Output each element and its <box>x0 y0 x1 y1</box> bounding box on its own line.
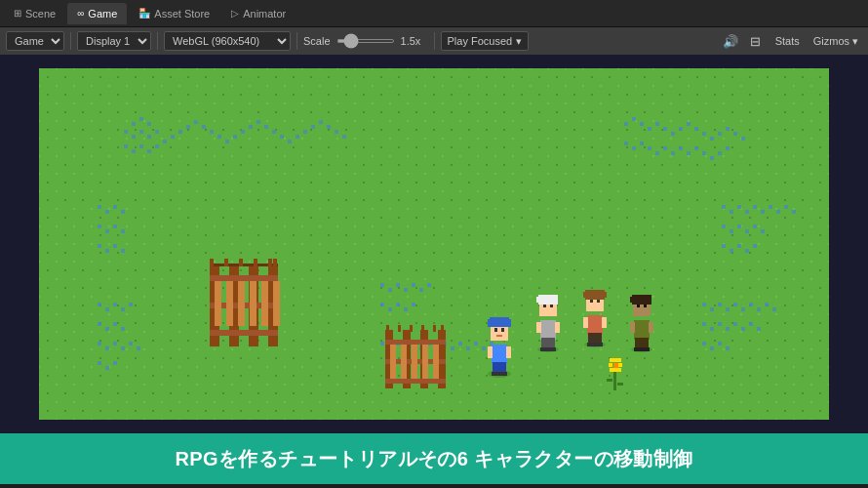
svg-rect-97 <box>737 244 741 248</box>
gizmos-button[interactable]: Gizmos ▾ <box>809 35 862 48</box>
pause-button[interactable]: ⊟ <box>746 31 766 51</box>
svg-rect-109 <box>98 342 101 346</box>
svg-rect-209 <box>613 368 617 372</box>
svg-rect-9 <box>132 149 136 153</box>
svg-rect-84 <box>761 210 765 214</box>
svg-rect-146 <box>427 283 431 287</box>
game-select[interactable]: Game <box>6 31 64 51</box>
svg-rect-184 <box>254 259 257 266</box>
display-select[interactable]: Display 1 <box>77 31 151 51</box>
svg-rect-165 <box>482 346 486 350</box>
svg-rect-201 <box>410 325 413 332</box>
tab-asset-store[interactable]: 🏪 Asset Store <box>129 3 219 24</box>
svg-rect-124 <box>749 303 753 306</box>
mute-button[interactable]: 🔊 <box>721 31 740 51</box>
svg-rect-51 <box>733 132 737 136</box>
svg-rect-255 <box>583 292 587 298</box>
svg-rect-202 <box>421 325 424 332</box>
svg-rect-231 <box>496 335 502 337</box>
svg-rect-150 <box>404 307 408 311</box>
svg-rect-18 <box>202 125 206 129</box>
svg-rect-198 <box>433 345 439 379</box>
svg-rect-72 <box>105 229 109 233</box>
play-focused-button[interactable]: Play Focused ▾ <box>441 31 530 51</box>
play-focused-chevron: ▾ <box>516 35 522 48</box>
svg-rect-100 <box>98 303 101 306</box>
tab-animator[interactable]: ▷ Animator <box>221 3 296 24</box>
tab-scene[interactable]: ⊞ Scene <box>4 3 65 24</box>
svg-rect-204 <box>441 325 444 332</box>
svg-rect-44 <box>679 127 683 131</box>
svg-rect-130 <box>718 322 722 326</box>
svg-rect-3 <box>124 130 128 134</box>
svg-rect-266 <box>642 347 650 351</box>
svg-rect-265 <box>634 347 642 351</box>
svg-rect-90 <box>730 229 733 233</box>
svg-rect-43 <box>671 132 675 136</box>
svg-rect-62 <box>694 146 698 150</box>
svg-rect-180 <box>210 264 278 266</box>
svg-rect-17 <box>194 120 198 124</box>
npc-1 <box>536 295 560 352</box>
svg-rect-271 <box>644 305 647 307</box>
svg-rect-95 <box>722 244 726 248</box>
svg-rect-11 <box>147 149 151 153</box>
svg-rect-197 <box>422 345 428 379</box>
svg-rect-135 <box>757 327 761 331</box>
svg-rect-171 <box>210 275 278 281</box>
svg-rect-193 <box>385 379 446 384</box>
svg-rect-67 <box>98 205 101 209</box>
svg-rect-7 <box>155 130 159 134</box>
svg-rect-31 <box>303 130 307 134</box>
svg-rect-235 <box>555 322 560 333</box>
divider-3 <box>296 32 297 50</box>
divider-2 <box>157 32 158 50</box>
svg-rect-125 <box>757 307 761 311</box>
svg-rect-70 <box>121 210 125 214</box>
scale-slider[interactable] <box>336 39 395 43</box>
svg-rect-36 <box>342 135 346 139</box>
svg-rect-53 <box>624 142 628 145</box>
svg-rect-196 <box>412 345 417 379</box>
svg-rect-107 <box>113 322 117 326</box>
svg-rect-41 <box>655 122 659 126</box>
svg-rect-138 <box>718 342 722 346</box>
svg-rect-183 <box>239 259 243 266</box>
svg-rect-115 <box>98 361 101 365</box>
svg-rect-76 <box>105 249 109 253</box>
svg-rect-199 <box>386 325 389 332</box>
tab-game[interactable]: ∞ Game <box>67 3 127 24</box>
svg-rect-6 <box>147 135 151 139</box>
fence-left <box>210 259 280 346</box>
svg-rect-77 <box>113 244 117 248</box>
svg-rect-230 <box>501 328 504 332</box>
svg-rect-241 <box>538 295 558 305</box>
svg-rect-182 <box>224 259 228 266</box>
svg-rect-78 <box>121 249 125 253</box>
svg-rect-61 <box>687 151 690 155</box>
tab-bar: ⊞ Scene ∞ Game 🏪 Asset Store ▷ Animator <box>0 0 868 27</box>
svg-rect-114 <box>137 346 140 350</box>
game-canvas <box>39 68 829 420</box>
svg-rect-39 <box>640 122 644 126</box>
svg-rect-96 <box>730 249 733 253</box>
svg-rect-54 <box>632 146 636 150</box>
svg-rect-118 <box>702 303 706 306</box>
svg-rect-134 <box>749 322 753 326</box>
svg-rect-4 <box>132 135 136 139</box>
svg-rect-191 <box>385 340 446 345</box>
svg-rect-239 <box>548 347 556 351</box>
stats-button[interactable]: Stats <box>771 35 804 47</box>
svg-rect-117 <box>113 361 117 365</box>
svg-rect-20 <box>217 135 221 139</box>
svg-rect-73 <box>113 224 117 228</box>
svg-rect-181 <box>210 259 214 266</box>
resolution-select[interactable]: WebGL (960x540) <box>164 31 291 51</box>
svg-rect-113 <box>129 342 133 346</box>
svg-rect-79 <box>722 205 726 209</box>
svg-rect-111 <box>113 342 117 346</box>
svg-rect-24 <box>249 125 253 129</box>
svg-rect-12 <box>155 144 159 148</box>
svg-rect-126 <box>765 303 769 306</box>
svg-rect-82 <box>745 210 749 214</box>
